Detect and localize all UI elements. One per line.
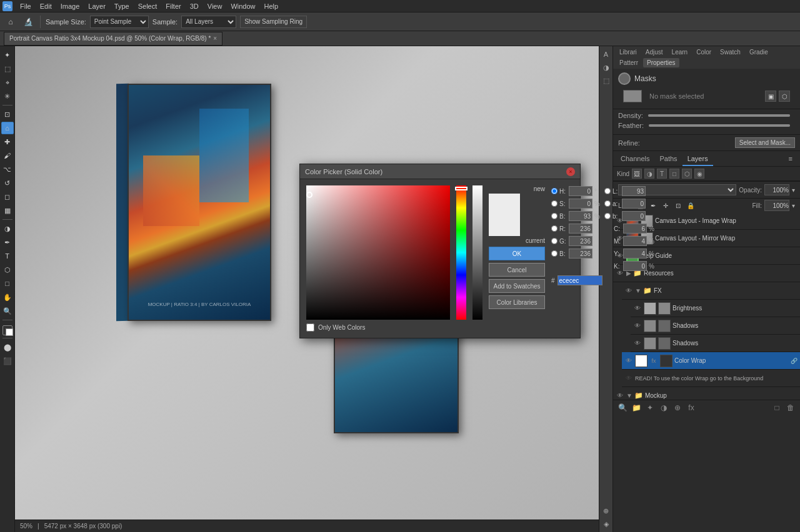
sample-size-select[interactable]: Point Sample 3 by 3 Average 5 by 5 Avera… xyxy=(90,16,149,28)
kind-smart-btn[interactable]: ⬡ xyxy=(682,169,692,179)
layer-item-8[interactable]: 👁 READ! To use the color Wrap go to the … xyxy=(622,370,800,387)
move-tool[interactable]: ✦ xyxy=(1,49,14,61)
tab-gradie[interactable]: Gradie xyxy=(746,47,772,57)
tab-close-btn[interactable]: × xyxy=(213,35,217,42)
layer-expand-9[interactable]: ▼ xyxy=(626,392,632,399)
tab-paths[interactable]: Paths xyxy=(654,152,682,166)
layer-eye-9[interactable]: 👁 xyxy=(616,392,624,400)
add-to-swatches-btn[interactable]: Add to Swatches xyxy=(489,279,545,293)
menu-3d[interactable]: 3D xyxy=(186,0,202,12)
r-radio[interactable] xyxy=(551,225,558,232)
lasso-tool[interactable]: ⌖ xyxy=(1,76,14,89)
b2-value-input[interactable] xyxy=(622,211,646,221)
pen-tool[interactable]: ✒ xyxy=(1,236,14,249)
select-and-mask-btn[interactable]: Select and Mask... xyxy=(735,137,795,148)
only-web-checkbox[interactable] xyxy=(306,323,314,332)
layer-item-color-wrap[interactable]: 👁 fx Color Wrap 🔗 xyxy=(622,352,800,370)
menu-layer[interactable]: Layer xyxy=(84,0,109,12)
layer-adjustment-btn[interactable]: ⊕ xyxy=(672,402,683,413)
menu-view[interactable]: View xyxy=(204,0,226,12)
y-value-input[interactable] xyxy=(623,249,647,259)
fill-input[interactable] xyxy=(764,200,789,211)
search-icon-btn[interactable]: ⊕ xyxy=(601,505,612,516)
zoom-tool[interactable]: 🔍 xyxy=(1,305,14,317)
quick-mask-tool[interactable]: ⬤ xyxy=(1,341,14,353)
layer-search-btn[interactable]: 🔍 xyxy=(617,402,628,413)
b-radio[interactable] xyxy=(551,213,558,219)
k-value-input[interactable] xyxy=(623,261,647,271)
history-tool[interactable]: ↺ xyxy=(1,177,14,189)
home-btn[interactable]: ⌂ xyxy=(4,15,18,29)
kind-shape-btn[interactable]: □ xyxy=(669,169,679,179)
layer-eye-8[interactable]: 👁 xyxy=(624,374,633,383)
menu-image[interactable]: Image xyxy=(57,0,84,12)
kind-adjust-btn[interactable]: ◑ xyxy=(644,169,654,179)
alpha-bar[interactable] xyxy=(472,185,482,320)
opacity-down-icon[interactable]: ▾ xyxy=(792,187,795,194)
lock-artboard-btn[interactable]: ⊡ xyxy=(673,200,683,210)
canvas-icon-btn[interactable]: ⬚ xyxy=(601,75,612,86)
show-sampling-ring-btn[interactable]: Show Sampling Ring xyxy=(240,16,307,28)
cancel-btn[interactable]: Cancel xyxy=(489,263,545,277)
eyedropper-tool[interactable]: ⌂ xyxy=(1,122,14,134)
kind-pixel-btn[interactable]: 🖼 xyxy=(632,169,642,179)
path-tool[interactable]: ⬡ xyxy=(1,264,14,276)
crop-tool[interactable]: ⊡ xyxy=(1,108,14,121)
feather-slider-track[interactable] xyxy=(649,124,790,127)
lock-position-btn[interactable]: ✛ xyxy=(661,200,671,210)
blue-radio[interactable] xyxy=(551,250,558,257)
c-value-input[interactable] xyxy=(623,224,647,234)
text-tool[interactable]: T xyxy=(1,250,14,262)
density-slider-track[interactable] xyxy=(648,114,790,117)
screen-mode-tool[interactable]: ⬛ xyxy=(1,355,14,367)
adjust-icon-btn[interactable]: ◑ xyxy=(601,62,612,73)
menu-window[interactable]: Window xyxy=(227,0,259,12)
layer-eye-cw[interactable]: 👁 xyxy=(624,357,633,365)
layer-new-btn[interactable]: □ xyxy=(771,402,782,413)
lock-all-btn[interactable]: 🔒 xyxy=(686,200,696,210)
h-value-input[interactable] xyxy=(569,186,592,196)
layer-mask-btn[interactable]: ◑ xyxy=(658,402,669,413)
tab-layers[interactable]: Layers xyxy=(682,152,713,166)
library-icon-btn[interactable]: ◈ xyxy=(601,518,612,530)
menu-filter[interactable]: Filter xyxy=(162,0,184,12)
magic-wand-tool[interactable]: ✳ xyxy=(1,90,14,102)
blue-value-input[interactable] xyxy=(569,249,592,259)
a-value-input[interactable] xyxy=(622,199,646,209)
layer-eye-7[interactable]: 👁 xyxy=(633,339,642,348)
color-field[interactable] xyxy=(306,185,450,320)
l-radio[interactable] xyxy=(604,188,611,194)
layer-new-group-btn[interactable]: 📁 xyxy=(631,402,642,413)
sample-select[interactable]: All Layers Current Layer xyxy=(181,16,236,28)
s-radio[interactable] xyxy=(551,200,558,207)
fg-color-swatch[interactable] xyxy=(2,325,12,335)
tab-channels[interactable]: Channels xyxy=(616,152,654,166)
brush-tool[interactable]: 🖌 xyxy=(1,149,14,162)
gradient-tool[interactable]: ▦ xyxy=(1,204,14,217)
kind-text-btn[interactable]: T xyxy=(657,169,667,179)
tab-learn[interactable]: Learn xyxy=(668,47,692,57)
hex-input[interactable] xyxy=(558,275,602,285)
kind-selected-btn[interactable]: ◉ xyxy=(694,169,704,179)
shape-tool[interactable]: □ xyxy=(1,277,14,290)
opacity-input[interactable] xyxy=(764,184,789,195)
add-vector-mask-btn[interactable]: ⬡ xyxy=(779,91,790,102)
color-picker-dialog[interactable]: Color Picker (Solid Color) × Only Web Co… xyxy=(299,164,581,338)
fill-down-icon[interactable]: ▾ xyxy=(792,202,795,209)
eyedropper-btn[interactable]: 🔬 xyxy=(21,15,35,29)
hand-tool[interactable]: ✋ xyxy=(1,291,14,303)
layer-add-btn[interactable]: ✦ xyxy=(644,402,656,413)
tab-properties[interactable]: Properties xyxy=(643,58,679,67)
tab-patterr[interactable]: Patterr xyxy=(616,58,642,67)
l-value-input[interactable] xyxy=(622,186,646,196)
select-tool[interactable]: ⬚ xyxy=(1,62,14,75)
dialog-close-btn[interactable]: × xyxy=(566,167,575,176)
hue-bar[interactable] xyxy=(456,185,466,320)
color-libraries-btn[interactable]: Color Libraries xyxy=(489,295,545,309)
menu-type[interactable]: Type xyxy=(111,0,133,12)
layer-style-btn[interactable]: fx xyxy=(686,402,697,413)
m-value-input[interactable] xyxy=(623,236,647,246)
heal-tool[interactable]: ✚ xyxy=(1,135,14,148)
menu-file[interactable]: File xyxy=(16,0,35,12)
menu-select[interactable]: Select xyxy=(134,0,161,12)
